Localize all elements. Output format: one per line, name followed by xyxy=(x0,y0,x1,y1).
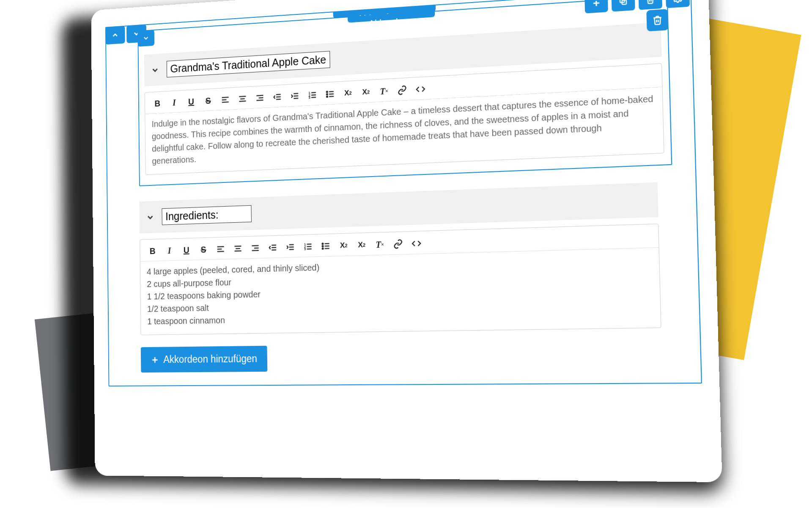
ordered-list-button[interactable]: 123 xyxy=(302,241,313,253)
plus-icon xyxy=(151,355,159,364)
editor-content[interactable]: 4 large apples (peeled, cored, and thinl… xyxy=(140,248,661,334)
editor-card: Akkordeons xyxy=(91,0,722,482)
link-button[interactable] xyxy=(392,238,404,250)
strike-button[interactable]: S xyxy=(203,95,214,107)
svg-line-9 xyxy=(240,99,245,99)
underline-button[interactable]: U xyxy=(186,96,196,108)
svg-line-21 xyxy=(311,95,316,95)
collapse-up-button[interactable] xyxy=(105,26,125,45)
svg-line-19 xyxy=(294,98,298,99)
outdent-button[interactable] xyxy=(267,242,278,254)
item-collapse-toggle[interactable] xyxy=(137,30,154,47)
svg-text:3: 3 xyxy=(304,247,306,251)
code-button[interactable] xyxy=(415,83,426,95)
clear-format-button[interactable]: T× xyxy=(379,85,390,97)
outdent-button[interactable] xyxy=(272,91,283,103)
bold-button[interactable]: B xyxy=(152,98,163,109)
strike-button[interactable]: S xyxy=(198,244,208,255)
svg-line-26 xyxy=(329,91,334,92)
add-accordion-label: Akkordeon hinzufügen xyxy=(163,353,257,366)
accordion-item: Ingredients: B I U S 123 xyxy=(139,182,661,335)
svg-point-57 xyxy=(322,246,324,247)
svg-line-15 xyxy=(276,97,281,97)
chevron-down-icon xyxy=(145,211,156,223)
clear-format-button[interactable]: T× xyxy=(374,239,386,251)
chevron-down-icon xyxy=(150,64,160,75)
svg-line-22 xyxy=(311,97,316,98)
unordered-list-button[interactable] xyxy=(325,88,336,100)
align-right-button[interactable] xyxy=(250,242,261,254)
svg-line-10 xyxy=(239,101,246,102)
align-left-button[interactable] xyxy=(220,94,230,106)
align-left-button[interactable] xyxy=(215,243,226,255)
svg-point-31 xyxy=(326,96,328,97)
superscript-button[interactable]: X2 xyxy=(360,86,372,98)
link-button[interactable] xyxy=(397,84,408,97)
svg-point-56 xyxy=(322,243,324,244)
underline-button[interactable]: U xyxy=(181,244,192,256)
svg-line-5 xyxy=(222,97,229,98)
indent-button[interactable] xyxy=(289,90,300,102)
svg-line-6 xyxy=(222,100,227,100)
accordion-title-input[interactable]: Grandma's Traditional Apple Cake xyxy=(167,51,330,77)
align-center-button[interactable] xyxy=(233,243,244,254)
bold-button[interactable]: B xyxy=(147,245,158,257)
svg-line-18 xyxy=(294,96,298,96)
align-center-button[interactable] xyxy=(237,93,248,105)
svg-line-28 xyxy=(329,97,334,97)
subscript-button[interactable]: X2 xyxy=(343,87,354,99)
svg-line-8 xyxy=(239,96,246,97)
align-right-button[interactable] xyxy=(255,92,266,104)
unordered-list-button[interactable] xyxy=(320,240,332,252)
ordered-list-button[interactable]: 123 xyxy=(307,89,318,101)
svg-line-13 xyxy=(256,100,263,100)
svg-line-7 xyxy=(222,102,229,102)
svg-text:3: 3 xyxy=(309,96,310,100)
accordions-container: Akkordeons xyxy=(105,0,702,387)
accordion-title-input[interactable]: Ingredients: xyxy=(162,205,251,225)
svg-line-17 xyxy=(294,94,298,94)
rich-editor: B I U S 123 X2 X2 T× xyxy=(140,224,661,335)
italic-button[interactable]: I xyxy=(169,97,180,108)
svg-line-27 xyxy=(329,94,334,94)
svg-line-16 xyxy=(276,99,281,99)
svg-line-20 xyxy=(311,92,316,93)
svg-line-12 xyxy=(259,98,263,98)
svg-point-29 xyxy=(326,91,328,93)
svg-line-14 xyxy=(276,94,281,95)
code-button[interactable] xyxy=(411,237,422,249)
indent-button[interactable] xyxy=(285,241,296,253)
svg-line-11 xyxy=(256,95,263,96)
accordion-item-selected: Akkordeon Grandma's Traditional Apple Ca… xyxy=(137,0,672,186)
svg-point-58 xyxy=(322,248,324,249)
superscript-button[interactable]: X2 xyxy=(356,239,368,251)
italic-button[interactable]: I xyxy=(164,245,175,256)
subscript-button[interactable]: X2 xyxy=(338,240,349,251)
add-accordion-button[interactable]: Akkordeon hinzufügen xyxy=(141,346,267,373)
item-delete-button[interactable] xyxy=(646,9,669,31)
svg-point-30 xyxy=(326,94,328,95)
